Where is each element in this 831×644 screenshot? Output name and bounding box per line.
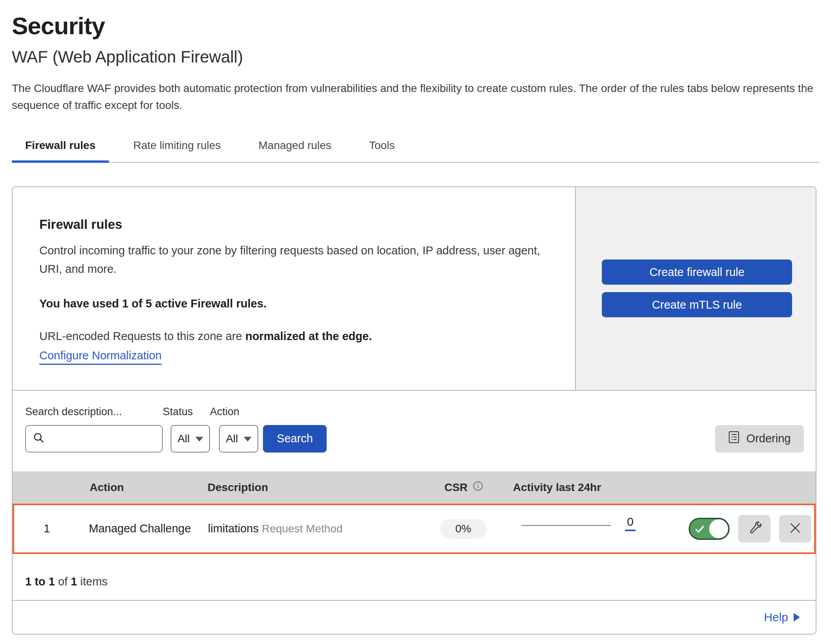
rule-controls bbox=[689, 515, 814, 543]
activity-column-header: Activity last 24hr bbox=[513, 481, 690, 494]
wrench-icon bbox=[747, 521, 761, 536]
page-subtitle: WAF (Web Application Firewall) bbox=[12, 48, 819, 66]
normalization-text: URL-encoded Requests to this zone are no… bbox=[39, 330, 548, 343]
create-firewall-rule-button[interactable]: Create firewall rule bbox=[602, 259, 792, 285]
csr-column-header: CSR bbox=[415, 480, 513, 494]
pagination-summary: 1 to 1 of 1 items bbox=[13, 554, 816, 600]
filter-bar: Search description... Status All Action bbox=[13, 391, 816, 471]
search-button[interactable]: Search bbox=[263, 425, 327, 453]
activity-sparkline bbox=[522, 525, 611, 526]
configure-normalization-link[interactable]: Configure Normalization bbox=[39, 349, 162, 365]
card-footer: Help bbox=[13, 600, 816, 634]
rule-enabled-toggle[interactable] bbox=[689, 518, 730, 540]
card-heading: Firewall rules bbox=[39, 217, 548, 232]
create-rule-panel: Create firewall rule Create mTLS rule bbox=[575, 187, 816, 390]
firewall-rules-info-text: Firewall rules Control incoming traffic … bbox=[13, 187, 575, 390]
action-group: Action All bbox=[210, 406, 258, 453]
chevron-down-icon bbox=[244, 437, 252, 442]
help-link[interactable]: Help bbox=[764, 611, 800, 624]
tab-firewall-rules[interactable]: Firewall rules bbox=[12, 139, 109, 162]
card-description: Control incoming traffic to your zone by… bbox=[39, 241, 548, 278]
rule-row-highlight: 1 Managed Challenge limitations Request … bbox=[13, 504, 816, 554]
action-label: Action bbox=[210, 406, 258, 418]
toggle-knob bbox=[709, 519, 728, 538]
table-row: 1 Managed Challenge limitations Request … bbox=[14, 505, 814, 552]
table-header: Action Description CSR Activity last 24h… bbox=[13, 471, 816, 504]
status-dropdown-value: All bbox=[177, 432, 189, 445]
delete-rule-button[interactable] bbox=[779, 515, 811, 543]
tab-rate-limiting-rules[interactable]: Rate limiting rules bbox=[120, 139, 234, 162]
page-title: Security bbox=[12, 12, 819, 40]
firewall-rules-card: Firewall rules Control incoming traffic … bbox=[12, 186, 816, 635]
action-dropdown[interactable]: All bbox=[219, 425, 258, 453]
create-mtls-rule-button[interactable]: Create mTLS rule bbox=[602, 292, 792, 317]
search-icon bbox=[32, 431, 46, 446]
ordered-list-icon bbox=[728, 431, 740, 446]
waf-tab-bar: Firewall rules Rate limiting rules Manag… bbox=[12, 139, 819, 163]
ordering-button-label: Ordering bbox=[746, 432, 791, 445]
search-label: Search description... bbox=[25, 406, 163, 418]
activity-count-link[interactable]: 0 bbox=[625, 515, 636, 531]
arrow-right-icon bbox=[794, 613, 800, 622]
tab-tools[interactable]: Tools bbox=[356, 139, 408, 162]
search-box bbox=[25, 425, 163, 453]
status-dropdown[interactable]: All bbox=[171, 425, 210, 453]
status-group: Status All bbox=[163, 406, 210, 453]
status-label: Status bbox=[163, 406, 210, 418]
tab-managed-rules[interactable]: Managed rules bbox=[245, 139, 345, 162]
description-column-header: Description bbox=[197, 481, 415, 494]
rule-description-cell: limitations Request Method bbox=[197, 522, 414, 535]
action-dropdown-value: All bbox=[226, 432, 238, 445]
info-icon[interactable] bbox=[472, 480, 484, 494]
chevron-down-icon bbox=[195, 437, 203, 442]
csr-badge: 0% bbox=[440, 519, 486, 539]
rule-expression-summary: Request Method bbox=[262, 523, 342, 535]
firewall-rules-info-section: Firewall rules Control incoming traffic … bbox=[13, 187, 816, 391]
search-input[interactable] bbox=[50, 432, 156, 445]
action-column-header: Action bbox=[79, 481, 197, 494]
close-icon bbox=[789, 522, 802, 535]
ordering-button[interactable]: Ordering bbox=[715, 425, 804, 453]
rule-action: Managed Challenge bbox=[79, 522, 197, 535]
page-description: The Cloudflare WAF provides both automat… bbox=[12, 80, 819, 114]
rule-activity-cell: 0 bbox=[512, 515, 689, 542]
usage-text: You have used 1 of 5 active Firewall rul… bbox=[39, 297, 548, 310]
check-icon bbox=[695, 525, 705, 534]
search-group: Search description... bbox=[25, 406, 163, 453]
rule-description: limitations bbox=[208, 522, 259, 535]
rule-csr-cell: 0% bbox=[414, 519, 512, 539]
rule-priority: 1 bbox=[14, 522, 79, 535]
edit-rule-button[interactable] bbox=[738, 515, 770, 543]
